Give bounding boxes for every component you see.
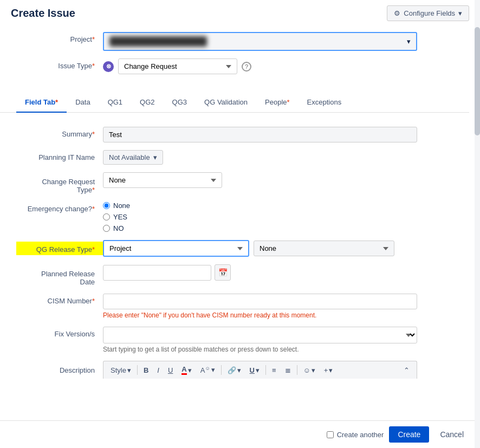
fix-versions-label: Fix Version/s	[16, 327, 103, 338]
underline2-button[interactable]: U ▾	[246, 365, 263, 376]
planning-it-name-dropdown[interactable]: Not Available ▾	[103, 150, 163, 165]
chevron-down-icon: ▾	[211, 366, 215, 374]
change-request-type-field: None Standard Emergency Normal	[103, 172, 417, 188]
link-icon: 🔗	[228, 366, 236, 374]
more-button[interactable]: + ▾	[320, 365, 337, 376]
change-request-type-select[interactable]: None Standard Emergency Normal	[103, 172, 222, 188]
emoji-button[interactable]: ☺ ▾	[300, 365, 319, 376]
tab-qg-validation[interactable]: QG Validation	[196, 93, 256, 113]
chevron-down-icon: ▾	[329, 366, 333, 374]
qg-release-type-row: QG Release Type* Project Release Sprint …	[16, 240, 453, 257]
issue-type-icon: ⊗	[103, 61, 114, 72]
change-request-type-label: Change RequestType*	[16, 172, 103, 194]
bullet-list-button[interactable]: ≡	[268, 365, 280, 376]
toolbar-divider-1	[137, 365, 138, 375]
footer: Create another Create Cancel	[0, 420, 480, 448]
tab-data[interactable]: Data	[67, 93, 99, 113]
emergency-change-label: Emergency change?*	[16, 202, 103, 213]
tab-content: Summary* Planning IT Name Not Available …	[0, 121, 469, 397]
qg-release-type-primary-select[interactable]: Project Release Sprint Other	[103, 240, 249, 257]
tab-field-tab[interactable]: Field Tab*	[16, 93, 67, 113]
bold-button[interactable]: B	[140, 365, 152, 376]
emoji-icon: ☺	[303, 366, 310, 374]
italic-button[interactable]: I	[153, 365, 163, 376]
description-label: Description	[16, 361, 103, 374]
underline-button[interactable]: U	[164, 365, 177, 376]
description-field: Style ▾ B I U A ▾	[103, 361, 417, 379]
issue-type-select[interactable]: Change Request Bug Task Story	[118, 59, 237, 74]
link-button[interactable]: 🔗 ▾	[224, 365, 245, 376]
cism-number-label: CISM Number*	[16, 294, 103, 305]
emergency-change-none[interactable]: None	[103, 202, 417, 210]
description-toolbar: Style ▾ B I U A ▾	[103, 361, 417, 379]
numbered-list-icon: ≣	[285, 366, 291, 374]
project-dropdown[interactable]: IT Systems Records Ref.... ▾	[103, 32, 417, 51]
emergency-change-no[interactable]: NO	[103, 224, 417, 232]
create-button[interactable]: Create	[389, 426, 429, 443]
cism-number-row: CISM Number* Please enter "None" if you …	[16, 294, 453, 319]
fix-versions-hint: Start typing to get a list of possible m…	[103, 346, 417, 353]
chevron-down-icon: ▾	[458, 9, 462, 17]
header: Create Issue ⚙ Configure Fields ▾	[0, 0, 480, 27]
emergency-change-field: None YES NO	[103, 202, 417, 232]
superscript-button[interactable]: A☺ ▾	[197, 364, 219, 376]
qg-release-type-secondary-select[interactable]: None Release 1 Release 2	[254, 241, 394, 256]
project-value: IT Systems Records Ref....	[109, 36, 207, 47]
summary-input[interactable]	[103, 127, 417, 142]
description-row: Description Style ▾ B I U	[16, 361, 453, 379]
bullet-list-icon: ≡	[272, 366, 276, 374]
chevron-down-icon: ▾	[188, 366, 192, 374]
gear-icon: ⚙	[394, 9, 400, 17]
calendar-icon: 📅	[218, 268, 228, 277]
fix-versions-select[interactable]	[103, 327, 417, 343]
issue-type-field: ⊗ Change Request Bug Task Story ?	[103, 59, 417, 74]
chevron-down-icon: ▾	[256, 366, 260, 374]
cancel-button[interactable]: Cancel	[434, 426, 469, 443]
issue-type-row: Issue Type* ⊗ Change Request Bug Task St…	[16, 59, 453, 74]
toolbar-divider-4	[297, 365, 297, 375]
style-button[interactable]: Style ▾	[107, 365, 135, 376]
summary-field	[103, 127, 417, 142]
tab-list: Field Tab* Data QG1 QG2 QG3 QG Validatio…	[16, 93, 453, 112]
tab-qg1[interactable]: QG1	[99, 93, 131, 113]
collapse-toolbar-button[interactable]: ⌃	[400, 365, 413, 376]
planned-release-date-label: Planned ReleaseDate	[16, 264, 103, 286]
text-color-button[interactable]: A ▾	[178, 363, 195, 376]
configure-fields-label: Configure Fields	[404, 9, 455, 17]
chevron-down-icon: ▾	[237, 366, 241, 374]
chevron-down-icon: ▾	[312, 366, 315, 374]
project-label: Project*	[16, 32, 103, 43]
scrollbar-thumb[interactable]	[475, 27, 480, 135]
chevron-down-icon: ▾	[127, 366, 131, 374]
project-field: IT Systems Records Ref.... ▾	[103, 32, 417, 51]
planning-it-name-row: Planning IT Name Not Available ▾	[16, 150, 453, 165]
numbered-list-button[interactable]: ≣	[281, 365, 295, 376]
change-request-type-row: Change RequestType* None Standard Emerge…	[16, 172, 453, 194]
tab-qg2[interactable]: QG2	[131, 93, 163, 113]
cism-number-field: Please enter "None" if you don't have CI…	[103, 294, 417, 319]
calendar-icon-button[interactable]: 📅	[215, 264, 231, 281]
cism-number-hint: Please enter "None" if you don't have CI…	[103, 311, 417, 319]
qg-release-type-field: Project Release Sprint Other None Releas…	[103, 240, 417, 257]
create-another-label[interactable]: Create another	[337, 431, 384, 439]
chevron-down-icon: ▾	[153, 153, 157, 161]
tab-people[interactable]: People*	[256, 93, 299, 113]
create-another-checkbox[interactable]	[327, 431, 334, 438]
emergency-change-yes[interactable]: YES	[103, 213, 417, 221]
planning-it-name-label: Planning IT Name	[16, 150, 103, 161]
issue-type-label: Issue Type*	[16, 59, 103, 70]
tab-qg3[interactable]: QG3	[164, 93, 196, 113]
tabs-container: Field Tab* Data QG1 QG2 QG3 QG Validatio…	[0, 93, 469, 113]
planned-release-date-input[interactable]	[103, 265, 211, 281]
summary-label: Summary*	[16, 127, 103, 138]
create-another-row: Create another	[327, 431, 384, 439]
project-row: Project* IT Systems Records Ref.... ▾	[16, 32, 453, 51]
tab-exceptions[interactable]: Exceptions	[299, 93, 351, 113]
emergency-change-row: Emergency change?* None YES NO	[16, 202, 453, 232]
configure-fields-button[interactable]: ⚙ Configure Fields ▾	[387, 5, 469, 21]
fix-versions-field: Start typing to get a list of possible m…	[103, 327, 417, 353]
cism-number-input[interactable]	[103, 294, 417, 309]
planning-it-name-field: Not Available ▾	[103, 150, 417, 165]
summary-row: Summary*	[16, 127, 453, 142]
help-icon[interactable]: ?	[242, 62, 251, 72]
